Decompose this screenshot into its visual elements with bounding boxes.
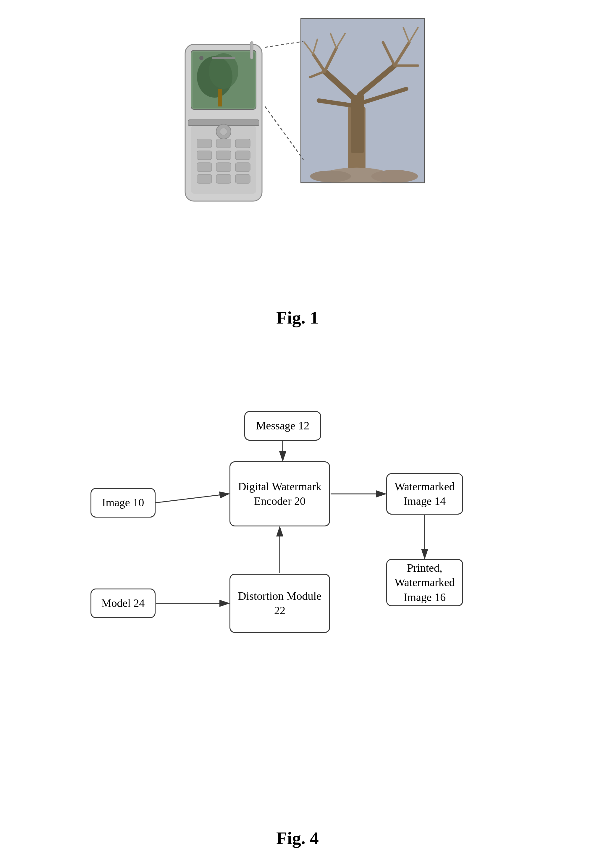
svg-rect-8 (197, 139, 212, 148)
svg-point-23 (199, 56, 204, 60)
image10-label: Image 10 (102, 495, 144, 510)
diagram-area: Message 12 Digital WatermarkEncoder 20 I… (61, 402, 534, 816)
svg-point-45 (310, 171, 351, 182)
watermarked-label: WatermarkedImage 14 (394, 480, 455, 509)
message-label: Message 12 (256, 418, 309, 433)
fig1-section: Fig. 1 (0, 0, 595, 384)
svg-rect-22 (212, 57, 235, 59)
svg-rect-17 (197, 174, 212, 183)
svg-rect-5 (218, 89, 222, 106)
svg-rect-9 (216, 139, 231, 148)
model24-label: Model 24 (102, 596, 145, 610)
svg-rect-15 (216, 163, 231, 171)
printed-label: Printed,WatermarkedImage 16 (394, 561, 455, 604)
svg-point-21 (220, 128, 227, 135)
box-distortion-module: Distortion Module22 (229, 574, 330, 633)
svg-rect-14 (197, 163, 212, 171)
box-model24: Model 24 (90, 589, 155, 618)
encoder-label: Digital WatermarkEncoder 20 (238, 480, 322, 509)
svg-rect-16 (235, 163, 250, 171)
tree-photo (300, 18, 425, 183)
svg-rect-24 (250, 41, 253, 59)
svg-line-51 (155, 494, 228, 503)
svg-rect-13 (235, 151, 250, 160)
box-watermarked-image: WatermarkedImage 14 (386, 473, 463, 515)
fig4-section: Message 12 Digital WatermarkEncoder 20 I… (0, 384, 595, 868)
box-encoder: Digital WatermarkEncoder 20 (229, 461, 330, 526)
fig4-caption: Fig. 4 (276, 828, 319, 849)
svg-rect-12 (216, 151, 231, 160)
svg-rect-19 (235, 174, 250, 183)
svg-rect-10 (235, 139, 250, 148)
box-printed-image: Printed,WatermarkedImage 16 (386, 559, 463, 606)
fig1-images (164, 18, 431, 302)
svg-point-46 (371, 170, 418, 183)
distortion-label: Distortion Module22 (238, 589, 322, 618)
fig1-caption: Fig. 1 (276, 307, 319, 328)
phone-illustration (176, 41, 271, 207)
box-image10: Image 10 (90, 488, 155, 518)
svg-rect-11 (197, 151, 212, 160)
box-message: Message 12 (244, 411, 321, 441)
svg-rect-18 (216, 174, 231, 183)
